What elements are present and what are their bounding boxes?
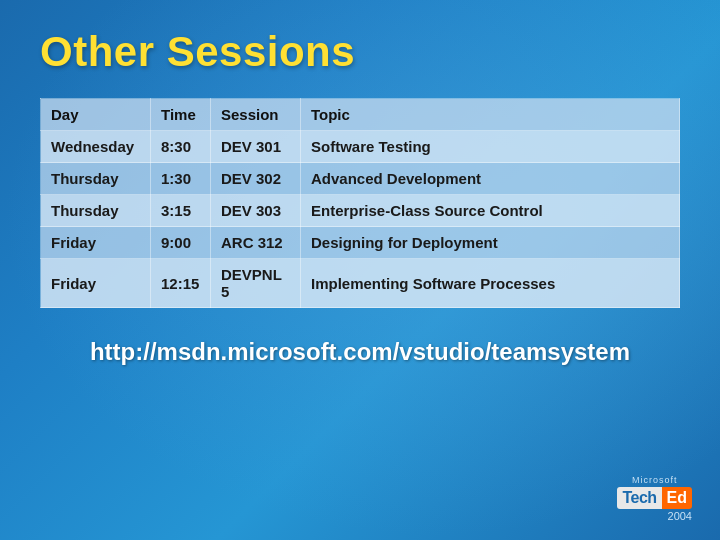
cell-time: 3:15 xyxy=(151,195,211,227)
cell-topic: Enterprise-Class Source Control xyxy=(301,195,680,227)
cell-day: Friday xyxy=(41,227,151,259)
table-row: Friday9:00ARC 312Designing for Deploymen… xyxy=(41,227,680,259)
cell-session: DEV 302 xyxy=(211,163,301,195)
year-label: 2004 xyxy=(617,510,692,522)
col-header-topic: Topic xyxy=(301,99,680,131)
page-title: Other Sessions xyxy=(40,28,680,76)
ed-label: Ed xyxy=(662,487,692,509)
cell-day: Wednesday xyxy=(41,131,151,163)
table-row: Friday12:15DEVPNL 5Implementing Software… xyxy=(41,259,680,308)
col-header-time: Time xyxy=(151,99,211,131)
col-header-session: Session xyxy=(211,99,301,131)
table-row: Wednesday8:30DEV 301Software Testing xyxy=(41,131,680,163)
table-row: Thursday3:15DEV 303Enterprise-Class Sour… xyxy=(41,195,680,227)
url-link[interactable]: http://msdn.microsoft.com/vstudio/teamsy… xyxy=(40,338,680,366)
cell-topic: Implementing Software Processes xyxy=(301,259,680,308)
sessions-table: Day Time Session Topic Wednesday8:30DEV … xyxy=(40,98,680,308)
cell-day: Thursday xyxy=(41,163,151,195)
cell-session: ARC 312 xyxy=(211,227,301,259)
cell-time: 9:00 xyxy=(151,227,211,259)
col-header-day: Day xyxy=(41,99,151,131)
tech-label: Tech xyxy=(617,487,661,509)
cell-time: 1:30 xyxy=(151,163,211,195)
cell-day: Thursday xyxy=(41,195,151,227)
table-row: Thursday1:30DEV 302Advanced Development xyxy=(41,163,680,195)
cell-topic: Advanced Development xyxy=(301,163,680,195)
page-content: Other Sessions Day Time Session Topic We… xyxy=(0,0,720,386)
logo-area: Microsoft Tech Ed 2004 xyxy=(617,475,692,522)
cell-topic: Designing for Deployment xyxy=(301,227,680,259)
cell-time: 12:15 xyxy=(151,259,211,308)
cell-time: 8:30 xyxy=(151,131,211,163)
teched-logo: Tech Ed xyxy=(617,487,692,509)
cell-session: DEVPNL 5 xyxy=(211,259,301,308)
cell-day: Friday xyxy=(41,259,151,308)
cell-topic: Software Testing xyxy=(301,131,680,163)
microsoft-label: Microsoft xyxy=(617,475,692,485)
cell-session: DEV 301 xyxy=(211,131,301,163)
table-header-row: Day Time Session Topic xyxy=(41,99,680,131)
cell-session: DEV 303 xyxy=(211,195,301,227)
